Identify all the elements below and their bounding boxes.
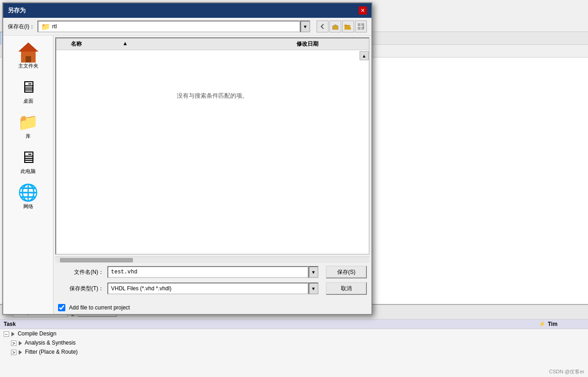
col-time-header: Tim [548, 321, 584, 327]
filename-dropdown-button[interactable]: ▼ [308, 266, 318, 278]
scroll-up-button[interactable]: ▲ [360, 51, 369, 60]
dialog-title: 另存为 [8, 6, 26, 15]
svg-rect-5 [358, 27, 360, 30]
add-file-checkbox[interactable] [58, 304, 65, 311]
ide-bottom-panel: w: Compilation ▼ Customize... Task ⚡ Tim… [0, 304, 588, 377]
filetype-row: 保存类型(T)： ▼ 取消 [58, 282, 367, 295]
scrollbar-thumb[interactable] [60, 258, 133, 262]
nav-icons: + [317, 21, 367, 32]
table-row[interactable]: − Compile Design [0, 329, 588, 338]
sidebar-item-computer[interactable]: 🖥 此电脑 [5, 145, 51, 178]
col-date-header: 修改日期 [297, 40, 365, 48]
save-as-dialog: 另存为 ✕ 保存在(I)： 📁 rtl ▼ [2, 2, 372, 315]
play-icon [11, 332, 15, 336]
save-button[interactable]: 保存(S) [326, 266, 367, 278]
nav-up-button[interactable] [329, 21, 341, 32]
expand-icon[interactable]: − [4, 331, 9, 337]
row-label: > Fitter (Place & Route) [11, 349, 539, 355]
desktop-icon: 🖥 [20, 78, 37, 97]
dialog-body: 主文件夹 🖥 桌面 📁 库 🖥 此电脑 🌐 网络 [3, 36, 371, 314]
dialog-titlebar: 另存为 ✕ [3, 3, 371, 18]
network-icon: 🌐 [18, 183, 38, 202]
location-text: rtl [52, 23, 57, 30]
nav-new-folder-button[interactable]: + [342, 21, 354, 32]
table-row[interactable]: > Fitter (Place & Route) [0, 347, 588, 356]
location-select-group: 📁 rtl ▼ [37, 21, 310, 32]
location-label: 保存在(I)： [8, 23, 35, 31]
table-header: Task ⚡ Tim [0, 319, 588, 329]
dialog-sidebar: 主文件夹 🖥 桌面 📁 库 🖥 此电脑 🌐 网络 [3, 36, 53, 314]
filetype-input[interactable] [107, 283, 308, 294]
sidebar-item-library[interactable]: 📁 库 [5, 110, 51, 143]
library-icon: 📁 [18, 113, 38, 132]
dialog-main: ▲ 名称 修改日期 ▲ 没有与搜索条件匹配的项。 文件名(N)： [53, 36, 371, 314]
horizontal-scrollbar[interactable] [55, 257, 370, 263]
filename-input[interactable] [107, 266, 308, 278]
filetype-input-group: ▼ [107, 283, 318, 294]
table-row[interactable]: > Analysis & Synthesis [0, 338, 588, 347]
nav-back-button[interactable] [317, 21, 328, 32]
file-area-header: ▲ 名称 修改日期 [56, 38, 369, 50]
col-name-header: 名称 [60, 40, 297, 48]
watermark: CSDN @仗客er [549, 368, 584, 375]
file-empty-message: 没有与搜索条件匹配的项。 [56, 50, 369, 141]
checkbox-row: Add file to current project [53, 301, 371, 314]
sidebar-item-network[interactable]: 🌐 网络 [5, 180, 51, 213]
sidebar-item-library-label: 库 [26, 133, 31, 140]
location-dropdown-button[interactable]: ▼ [300, 21, 310, 32]
nav-view-button[interactable] [355, 21, 367, 32]
svg-text:+: + [350, 24, 352, 28]
sort-arrow[interactable]: ▲ [122, 40, 128, 47]
dialog-toolbar: 保存在(I)： 📁 rtl ▼ [3, 18, 371, 36]
play-icon [19, 350, 22, 355]
sidebar-item-desktop[interactable]: 🖥 桌面 [5, 74, 51, 108]
checkbox-label: Add file to current project [69, 304, 130, 311]
filename-label: 文件名(N)： [58, 268, 104, 276]
sidebar-item-computer-label: 此电脑 [21, 168, 36, 175]
sidebar-item-network-label: 网络 [23, 203, 33, 210]
filetype-dropdown-button[interactable]: ▼ [308, 283, 318, 294]
row-label: > Analysis & Synthesis [11, 340, 539, 346]
expand-icon[interactable]: > [11, 350, 16, 355]
expand-icon[interactable]: > [11, 340, 16, 346]
file-area: ▲ 名称 修改日期 ▲ 没有与搜索条件匹配的项。 [55, 37, 370, 255]
filename-input-group: ▼ [107, 266, 318, 278]
cancel-button-group: 取消 [326, 282, 367, 295]
col-status-header: ⚡ [539, 321, 548, 327]
filename-row: 文件名(N)： ▼ 保存(S) [58, 266, 367, 278]
folder-icon: 📁 [41, 22, 50, 31]
row-label: − Compile Design [4, 330, 539, 337]
computer-icon: 🖥 [20, 148, 37, 167]
dialog-close-button[interactable]: ✕ [359, 6, 367, 15]
sidebar-item-desktop-label: 桌面 [23, 98, 33, 105]
dialog-form: 文件名(N)： ▼ 保存(S) 保存类型(T)： ▼ [53, 263, 371, 301]
cancel-button[interactable]: 取消 [326, 282, 367, 295]
svg-rect-0 [333, 26, 338, 30]
play-icon [19, 341, 22, 346]
svg-rect-3 [358, 23, 360, 26]
svg-rect-4 [361, 23, 364, 26]
col-task-header: Task [4, 321, 539, 327]
sidebar-item-home-label: 主文件夹 [18, 63, 38, 69]
home-icon [18, 42, 38, 63]
form-buttons: 保存(S) [326, 266, 367, 278]
filetype-label: 保存类型(T)： [58, 285, 104, 293]
sidebar-item-home[interactable]: 主文件夹 [5, 39, 51, 73]
